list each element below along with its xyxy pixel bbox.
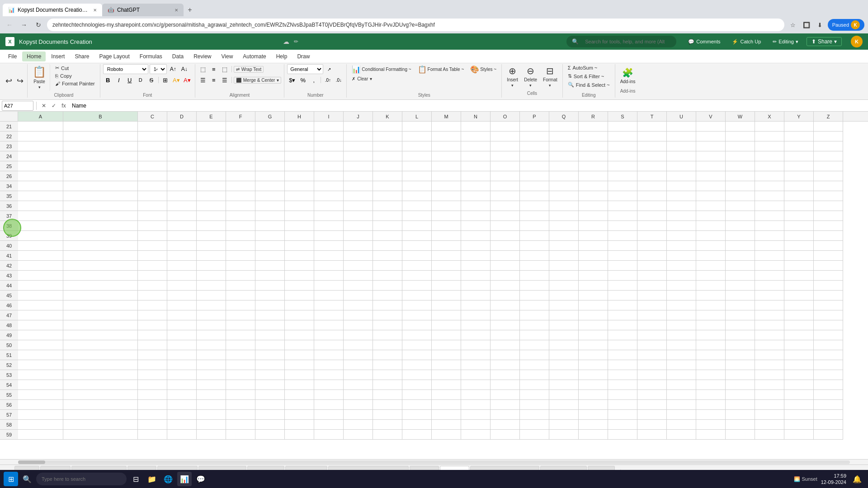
cell-N45[interactable] <box>461 291 491 300</box>
cell-M56[interactable] <box>432 400 461 410</box>
cell-N57[interactable] <box>461 410 491 420</box>
cell-Y24[interactable] <box>784 151 814 161</box>
cell-E43[interactable] <box>197 271 226 281</box>
col-header-P[interactable]: P <box>520 112 549 122</box>
merge-center-button[interactable]: ⬛ Merge & Center ▾ <box>234 77 282 84</box>
cell-B44[interactable] <box>63 281 138 291</box>
cell-N25[interactable] <box>461 161 491 171</box>
cell-A54[interactable] <box>18 380 63 390</box>
cell-C40[interactable] <box>138 241 167 251</box>
cell-T41[interactable] <box>637 251 667 261</box>
cell-O21[interactable] <box>491 122 520 131</box>
cell-Y57[interactable] <box>784 410 814 420</box>
cell-G56[interactable] <box>255 400 285 410</box>
cell-L37[interactable] <box>402 211 432 221</box>
cell-O40[interactable] <box>491 241 520 251</box>
cell-K37[interactable] <box>373 211 402 221</box>
horizontal-scroll-bar[interactable] <box>0 459 868 465</box>
cell-Q52[interactable] <box>549 360 579 370</box>
decrease-decimal-button[interactable]: .0↓ <box>334 75 344 85</box>
cell-V47[interactable] <box>696 310 726 320</box>
paste-button[interactable]: 📋 Paste ▾ <box>30 64 50 91</box>
cell-C44[interactable] <box>138 281 167 291</box>
cell-H58[interactable] <box>285 420 314 430</box>
cell-V59[interactable] <box>696 430 726 440</box>
extension-button[interactable]: 🔲 <box>801 19 812 31</box>
cell-B26[interactable] <box>63 171 138 181</box>
cell-E36[interactable] <box>197 201 226 211</box>
cell-E57[interactable] <box>197 410 226 420</box>
menu-data[interactable]: Data <box>168 52 188 61</box>
row-header-51[interactable]: 51 <box>0 350 18 360</box>
cell-W42[interactable] <box>726 261 755 271</box>
cell-Z39[interactable] <box>814 231 843 241</box>
cell-D58[interactable] <box>167 420 197 430</box>
cell-Y49[interactable] <box>784 330 814 340</box>
cell-N53[interactable] <box>461 370 491 380</box>
cell-E59[interactable] <box>197 430 226 440</box>
cell-D38[interactable] <box>167 221 197 231</box>
cell-Z40[interactable] <box>814 241 843 251</box>
row-header-40[interactable]: 40 <box>0 241 18 251</box>
cell-X56[interactable] <box>755 400 784 410</box>
menu-home[interactable]: Home <box>22 52 46 61</box>
cell-V21[interactable] <box>696 122 726 131</box>
cell-W37[interactable] <box>726 211 755 221</box>
cell-D23[interactable] <box>167 141 197 151</box>
cell-G44[interactable] <box>255 281 285 291</box>
cell-N36[interactable] <box>461 201 491 211</box>
cell-B41[interactable] <box>63 251 138 261</box>
format-cells-button[interactable]: ⊟ Format ▾ <box>541 64 560 89</box>
cell-S58[interactable] <box>608 420 637 430</box>
cell-M48[interactable] <box>432 320 461 330</box>
menu-help[interactable]: Help <box>272 52 292 61</box>
font-color-button[interactable]: A▾ <box>182 75 192 85</box>
cell-O59[interactable] <box>491 430 520 440</box>
fill-color-button[interactable]: A▾ <box>171 75 181 85</box>
cell-T25[interactable] <box>637 161 667 171</box>
cell-Q41[interactable] <box>549 251 579 261</box>
cell-V22[interactable] <box>696 131 726 141</box>
cell-U45[interactable] <box>667 291 696 300</box>
browser-taskbar-button[interactable]: 🌐 <box>161 472 175 486</box>
cell-B50[interactable] <box>63 340 138 350</box>
cell-E21[interactable] <box>197 122 226 131</box>
cell-L26[interactable] <box>402 171 432 181</box>
cell-Z22[interactable] <box>814 131 843 141</box>
cell-U49[interactable] <box>667 330 696 340</box>
cell-A24[interactable] <box>18 151 63 161</box>
cell-D40[interactable] <box>167 241 197 251</box>
cell-G37[interactable] <box>255 211 285 221</box>
cell-R54[interactable] <box>579 380 608 390</box>
cell-D39[interactable] <box>167 231 197 241</box>
cell-V51[interactable] <box>696 350 726 360</box>
cell-M25[interactable] <box>432 161 461 171</box>
cell-L41[interactable] <box>402 251 432 261</box>
cell-E46[interactable] <box>197 300 226 310</box>
cell-M37[interactable] <box>432 211 461 221</box>
cell-I54[interactable] <box>314 380 344 390</box>
cell-P41[interactable] <box>520 251 549 261</box>
cell-G59[interactable] <box>255 430 285 440</box>
cell-L36[interactable] <box>402 201 432 211</box>
cell-Q44[interactable] <box>549 281 579 291</box>
format-painter-button[interactable]: 🖌 Format Painter <box>53 80 97 87</box>
cell-O44[interactable] <box>491 281 520 291</box>
cell-R57[interactable] <box>579 410 608 420</box>
cell-T45[interactable] <box>637 291 667 300</box>
cell-S26[interactable] <box>608 171 637 181</box>
cell-V44[interactable] <box>696 281 726 291</box>
cell-U44[interactable] <box>667 281 696 291</box>
cell-P23[interactable] <box>520 141 549 151</box>
row-header-41[interactable]: 41 <box>0 251 18 261</box>
cell-G43[interactable] <box>255 271 285 281</box>
conditional-formatting-button[interactable]: 📊 Conditional Formatting ~ <box>349 64 413 75</box>
cell-X24[interactable] <box>755 151 784 161</box>
cell-M50[interactable] <box>432 340 461 350</box>
cell-E53[interactable] <box>197 370 226 380</box>
cell-M21[interactable] <box>432 122 461 131</box>
number-format-select[interactable]: General <box>287 64 323 74</box>
cell-J24[interactable] <box>344 151 373 161</box>
cell-W25[interactable] <box>726 161 755 171</box>
cell-J42[interactable] <box>344 261 373 271</box>
